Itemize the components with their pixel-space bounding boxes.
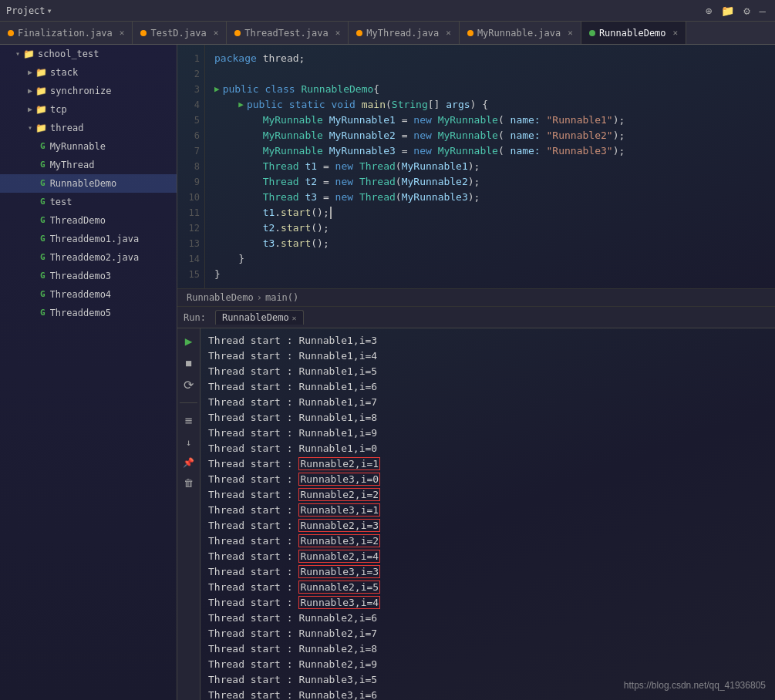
sidebar-item-stack[interactable]: ▶ 📁 stack xyxy=(0,63,177,82)
code-editor[interactable]: 12345 678910 1112131415 package thread; … xyxy=(177,45,775,288)
tab-close-icon[interactable]: ✕ xyxy=(673,28,679,38)
highlight-box: Runnable2,i=2 xyxy=(298,488,380,501)
sidebar-item-label: Threaddemo4 xyxy=(50,287,111,302)
sidebar-item-label: ThreadDemo xyxy=(50,213,106,228)
run-tab-runnabldemo[interactable]: RunnableDemo ✕ xyxy=(215,310,304,325)
watermark: https://blog.csdn.net/qq_41936805 xyxy=(624,680,766,691)
highlight-box: Runnable2,i=4 xyxy=(298,550,380,563)
sidebar-item-threaddemo5[interactable]: G Threaddemo5 xyxy=(0,304,177,322)
tab-myrunnable[interactable]: MyRunnable.java ✕ xyxy=(460,22,581,45)
highlight-box: Runnable2,i=5 xyxy=(298,581,380,594)
collapse-icon[interactable]: — xyxy=(756,3,769,19)
run-tab-close-icon[interactable]: ✕ xyxy=(292,314,297,322)
highlight-box: Runnable3,i=0 xyxy=(298,473,380,486)
run-trash-button[interactable]: 🗑 xyxy=(181,475,196,491)
arrow-icon: ▶ xyxy=(28,102,32,117)
run-label: Run: xyxy=(184,312,206,323)
tab-close-icon[interactable]: ✕ xyxy=(446,28,451,38)
run-tab-label: RunnableDemo xyxy=(222,312,289,323)
code-line-9: Thread t2 = new Thread(MyRunnable2); xyxy=(214,174,766,190)
sidebar-item-tcp[interactable]: ▶ 📁 tcp xyxy=(0,100,177,119)
sidebar-item-label: Threaddemo1.java xyxy=(50,231,140,247)
sidebar-item-threaddemo3[interactable]: G Threaddemo3 xyxy=(0,267,177,285)
java-file-icon: G xyxy=(40,287,45,302)
console-line: Thread start : Runnable1,i=6 xyxy=(208,379,767,395)
folder-icon: 📁 xyxy=(35,65,47,80)
console-line-highlighted: Thread start : Runnable3,i=2 xyxy=(208,533,767,549)
tab-mythread[interactable]: MyThread.java ✕ xyxy=(349,22,460,45)
code-line-4: ▶ public static void main(String[] args)… xyxy=(214,97,766,113)
sidebar-item-thread[interactable]: ▾ 📁 thread xyxy=(0,119,177,137)
sidebar-item-threaddemo2[interactable]: G Threaddemo2.java xyxy=(0,248,177,267)
tab-close-icon[interactable]: ✕ xyxy=(335,28,341,38)
sidebar-item-threaddemo4[interactable]: G Threaddemo4 xyxy=(0,285,177,304)
highlight-box: Runnable2,i=1 xyxy=(298,457,380,470)
sidebar-item-label: MyThread xyxy=(50,157,95,173)
console-line-highlighted: Thread start : Runnable3,i=4 xyxy=(208,595,767,611)
tab-close-icon[interactable]: ✕ xyxy=(214,28,219,38)
folder-icon: 📁 xyxy=(35,83,47,99)
folder-icon: 📁 xyxy=(35,102,47,117)
folder-icon: 📁 xyxy=(23,46,35,62)
code-line-5: MyRunnable MyRunnable1 = new MyRunnable(… xyxy=(214,113,766,128)
project-label[interactable]: Project ▾ xyxy=(6,5,52,16)
console-line-highlighted: Thread start : Runnable2,i=1 xyxy=(208,456,767,472)
console-line: Thread start : Runnable1,i=0 xyxy=(208,441,767,456)
code-content[interactable]: package thread; ▶ public class RunnableD… xyxy=(205,45,775,288)
tab-close-icon[interactable]: ✕ xyxy=(120,28,125,38)
sidebar-item-test[interactable]: G test xyxy=(0,193,177,211)
highlight-box: Runnable3,i=3 xyxy=(298,565,380,578)
tab-testd[interactable]: TestD.java ✕ xyxy=(133,22,227,45)
sidebar-item-label: Threaddemo5 xyxy=(50,305,111,321)
tab-threadtest[interactable]: ThreadTest.java ✕ xyxy=(227,22,349,45)
run-rerun-button[interactable]: ⟳ xyxy=(181,375,196,395)
breadcrumb-separator: › xyxy=(257,292,262,303)
sidebar: ▾ 📁 school_test ▶ 📁 stack ▶ 📁 synchroniz… xyxy=(0,45,177,700)
run-settings-button[interactable]: ≡ xyxy=(183,411,195,430)
run-scroll-button[interactable]: ↓ xyxy=(184,435,194,450)
console-line-highlighted: Thread start : Runnable2,i=2 xyxy=(208,487,767,503)
new-folder-icon[interactable]: 📁 xyxy=(718,3,737,19)
console-line-highlighted: Thread start : Runnable3,i=3 xyxy=(208,564,767,580)
java-file-icon: G xyxy=(40,157,45,173)
tab-bar: Finalization.java ✕ TestD.java ✕ ThreadT… xyxy=(0,22,775,45)
code-line-8: Thread t1 = new Thread(MyRunnable1); xyxy=(214,159,766,174)
console-line: Thread start : Runnable2,i=8 xyxy=(208,641,767,657)
code-line-11: t1.start(); xyxy=(214,205,766,220)
sidebar-item-myrunnable[interactable]: G MyRunnable xyxy=(0,137,177,156)
tab-dot xyxy=(467,30,473,36)
folder-icon: 📁 xyxy=(35,120,47,136)
console-output[interactable]: Thread start : Runnable1,i=3 Thread star… xyxy=(200,328,775,700)
breadcrumb: RunnableDemo › main() xyxy=(177,288,775,307)
run-content: ▶ ■ ⟳ ≡ ↓ 📌 🗑 Thread start : Runnable1,i… xyxy=(177,328,775,700)
settings-icon[interactable]: ⚙ xyxy=(740,3,753,19)
sidebar-item-label: MyRunnable xyxy=(50,139,106,154)
code-line-1: package thread; xyxy=(214,51,766,66)
console-line: Thread start : Runnable1,i=3 xyxy=(208,333,767,348)
java-file-icon: G xyxy=(40,176,45,191)
sidebar-item-mythread[interactable]: G MyThread xyxy=(0,156,177,174)
sidebar-item-runnabldemo[interactable]: G RunnableDemo xyxy=(0,174,177,193)
top-toolbar: ⊕ 📁 ⚙ — xyxy=(703,3,769,19)
run-tab-bar: Run: RunnableDemo ✕ xyxy=(177,307,775,328)
console-line-highlighted: Thread start : Runnable2,i=5 xyxy=(208,580,767,595)
run-stop-button[interactable]: ■ xyxy=(184,355,194,371)
new-file-icon[interactable]: ⊕ xyxy=(703,3,715,19)
run-play-button[interactable]: ▶ xyxy=(183,331,195,351)
java-file-icon: G xyxy=(40,194,45,210)
console-line-highlighted: Thread start : Runnable3,i=1 xyxy=(208,503,767,518)
code-line-10: Thread t3 = new Thread(MyRunnable3); xyxy=(214,190,766,205)
sidebar-item-label: tcp xyxy=(50,102,67,117)
tab-runnabldemo[interactable]: RunnableDemo ✕ xyxy=(581,22,686,45)
java-file-icon: G xyxy=(40,231,45,247)
sidebar-item-threaddemo[interactable]: G ThreadDemo xyxy=(0,211,177,230)
sidebar-item-school-test[interactable]: ▾ 📁 school_test xyxy=(0,45,177,63)
console-line: Thread start : Runnable2,i=7 xyxy=(208,626,767,641)
run-pin-button[interactable]: 📌 xyxy=(180,455,197,470)
tab-dot xyxy=(140,30,147,36)
sidebar-item-threaddemo1[interactable]: G Threaddemo1.java xyxy=(0,230,177,248)
tab-finalization[interactable]: Finalization.java ✕ xyxy=(0,22,133,45)
tab-close-icon[interactable]: ✕ xyxy=(568,28,573,38)
sidebar-item-label: RunnableDemo xyxy=(50,176,117,191)
sidebar-item-synchronize[interactable]: ▶ 📁 synchronize xyxy=(0,82,177,100)
